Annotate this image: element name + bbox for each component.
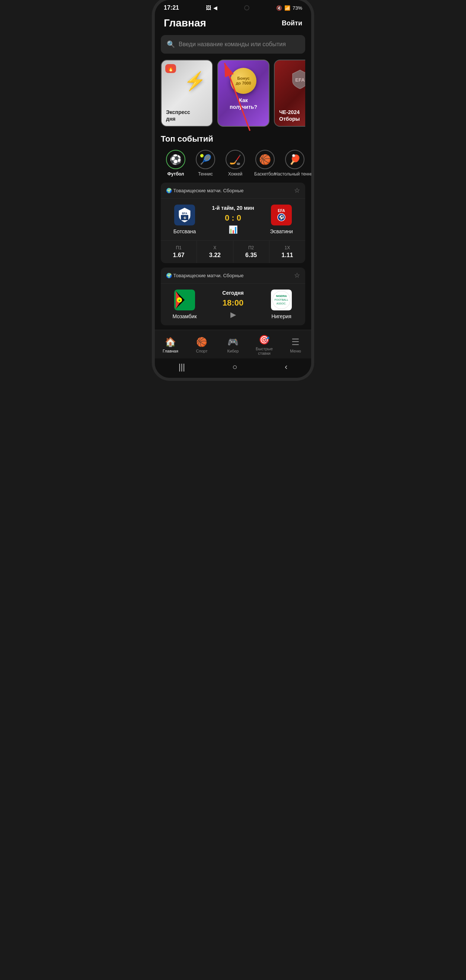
svg-text:⚽: ⚽ [184, 216, 187, 220]
home-team-1: BFA ⚽ Ботсвана [166, 205, 203, 234]
odd-label-p1: П1 [176, 245, 181, 250]
sport-item-hockey[interactable]: 🏒 Хоккей [220, 150, 250, 177]
table-tennis-icon: 🏓 [285, 150, 304, 169]
match-league-2: 🌍 Товарищеские матчи. Сборные [166, 273, 243, 278]
basketball-label: Баскетбол [254, 172, 276, 177]
euro-shield-icon: EFA [287, 66, 305, 92]
promo-card-express[interactable]: 🔥 ⚡ Экспрессдня [161, 60, 213, 127]
nav-menu[interactable]: ☰ Меню [284, 337, 307, 353]
away-team-1: EFA ⚽ Эсватини [263, 205, 300, 234]
promo-card-bonus[interactable]: Бонусдо 7000 Какполучить? [217, 60, 269, 127]
basketball-icon: 🏀 [255, 150, 275, 169]
mozambique-logo: ★ [174, 290, 195, 310]
match-header-2: 🌍 Товарищеские матчи. Сборные ☆ [161, 267, 305, 283]
login-button[interactable]: Войти [282, 19, 302, 27]
odd-x[interactable]: Х 3.22 [197, 241, 233, 263]
away-team-2: NIGERIA FOOTBALL ASSOC. Нигерия [263, 290, 300, 319]
match-card-1[interactable]: 🌍 Товарищеские матчи. Сборные ☆ BFA ⚽ [161, 183, 305, 263]
odd-label-x: Х [213, 245, 216, 250]
search-bar[interactable]: 🔍 Введи название команды или события [161, 35, 305, 54]
video-icon: ▶ [230, 310, 236, 319]
promo-cards-list: 🔥 ⚡ Экспрессдня Бонусдо 7000 Какполучить… [161, 60, 305, 127]
svg-text:NIGERIA: NIGERIA [276, 295, 287, 298]
status-time: 17:21 [164, 5, 179, 11]
match-center-2: Сегодня 18:00 ▶ [203, 290, 263, 319]
efa-logo: EFA ⚽ [271, 205, 292, 226]
bonus-title: Какполучить? [218, 97, 269, 110]
odd-value-1x: 1.11 [281, 252, 293, 259]
sport-item-table-tennis[interactable]: 🏓 Настольный теннис [280, 150, 310, 177]
odd-value-p1: 1.67 [173, 252, 185, 259]
app-header: Главная Войти [155, 14, 311, 35]
bonus-coin: Бонусдо 7000 [230, 68, 257, 94]
menu-icon: ☰ [292, 337, 300, 347]
football-icon: ⚽ [166, 150, 185, 169]
home-team-2: ★ Мозамбик [166, 290, 203, 319]
quick-bets-icon: 🎯 [259, 335, 270, 345]
sys-recent-btn[interactable]: ‹ [285, 362, 287, 372]
phone-frame: 17:21 🖼 ◀ 🔇 📶 73% Главная Войти 🔍 Введи … [155, 0, 311, 378]
promo-card-euro[interactable]: EFA ЧЕ-2024Отборы [274, 60, 305, 127]
odd-label-1x: 1Х [285, 245, 290, 250]
match-body-1: BFA ⚽ Ботсвана 1-й тайм, 20 мин 0 : 0 📊 [161, 199, 305, 240]
nav-cyber[interactable]: 🎮 Кибер [222, 337, 244, 353]
nav-sport[interactable]: 🏀 Спорт [190, 337, 213, 353]
nav-quick-bets-label: Быстрыеставки [256, 347, 273, 355]
sport-item-football[interactable]: ⚽ Футбол [161, 150, 190, 177]
gallery-icon: 🖼 [206, 5, 211, 11]
bfa-logo: BFA ⚽ [174, 205, 195, 226]
svg-text:BFA: BFA [182, 212, 187, 215]
camera-notch [244, 5, 249, 10]
football-label: Футбол [167, 172, 184, 177]
svg-text:EFA: EFA [278, 209, 285, 213]
match-time-2: 18:00 [223, 298, 243, 308]
wifi-icon: 📶 [284, 5, 290, 11]
odd-p1[interactable]: П1 1.67 [161, 241, 197, 263]
svg-text:ASSOC.: ASSOC. [277, 302, 287, 305]
sport-item-tennis[interactable]: 🎾 Теннис [190, 150, 220, 177]
sport-nav-icon: 🏀 [196, 337, 207, 347]
match-score-1: 0 : 0 [225, 213, 241, 223]
fire-badge: 🔥 [165, 64, 176, 73]
battery-icon: 73% [293, 5, 302, 11]
match-card-2[interactable]: 🌍 Товарищеские матчи. Сборные ☆ ★ Мо [161, 267, 305, 325]
away-team-name-2: Нигерия [271, 313, 292, 319]
status-icons: 🔇 📶 73% [276, 5, 302, 11]
odd-p2[interactable]: П2 6.35 [233, 241, 269, 263]
sport-item-volleyball[interactable]: 🏐 Вол... [310, 150, 311, 177]
svg-text:FOOTBALL: FOOTBALL [275, 299, 288, 301]
page-title: Главная [164, 17, 206, 29]
express-label: Экспрессдня [166, 109, 208, 122]
match-today-label: Сегодня [222, 290, 243, 296]
home-icon: 🏠 [165, 337, 176, 347]
svg-text:★: ★ [178, 299, 181, 302]
euro-label: ЧЕ-2024Отборы [279, 109, 305, 122]
bottom-nav: 🏠 Главная 🏀 Спорт 🎮 Кибер 🎯 Быстрыеставк… [155, 330, 311, 358]
system-nav: ||| ○ ‹ [155, 358, 311, 378]
hockey-label: Хоккей [228, 172, 243, 177]
favorite-star-2[interactable]: ☆ [294, 271, 300, 280]
nav-menu-label: Меню [290, 349, 301, 353]
odd-value-p2: 6.35 [245, 252, 257, 259]
favorite-star-1[interactable]: ☆ [294, 186, 300, 194]
status-bar: 17:21 🖼 ◀ 🔇 📶 73% [155, 0, 311, 14]
odd-1x[interactable]: 1Х 1.11 [269, 241, 305, 263]
nav-home-label: Главная [163, 349, 178, 353]
location-icon: ◀ [213, 5, 217, 11]
match-league-1: 🌍 Товарищеские матчи. Сборные [166, 188, 243, 193]
match-body-2: ★ Мозамбик Сегодня 18:00 ▶ NIGER [161, 283, 305, 325]
mute-icon: 🔇 [276, 5, 282, 11]
hockey-icon: 🏒 [225, 150, 245, 169]
lightning-icon: ⚡ [184, 71, 206, 92]
match-center-1: 1-й тайм, 20 мин 0 : 0 📊 [203, 205, 263, 234]
odd-label-p2: П2 [248, 245, 254, 250]
sys-back-btn[interactable]: ||| [179, 362, 185, 372]
tennis-label: Теннис [198, 172, 212, 177]
search-placeholder: Введи название команды или события [179, 41, 286, 48]
promo-section: 🔥 ⚡ Экспрессдня Бонусдо 7000 Какполучить… [155, 60, 311, 134]
nav-home[interactable]: 🏠 Главная [159, 337, 182, 353]
odd-value-x: 3.22 [209, 252, 221, 259]
nav-quick-bets[interactable]: 🎯 Быстрыеставки [253, 335, 276, 355]
match-status-1: 1-й тайм, 20 мин [212, 205, 254, 211]
sys-home-btn[interactable]: ○ [232, 362, 237, 372]
